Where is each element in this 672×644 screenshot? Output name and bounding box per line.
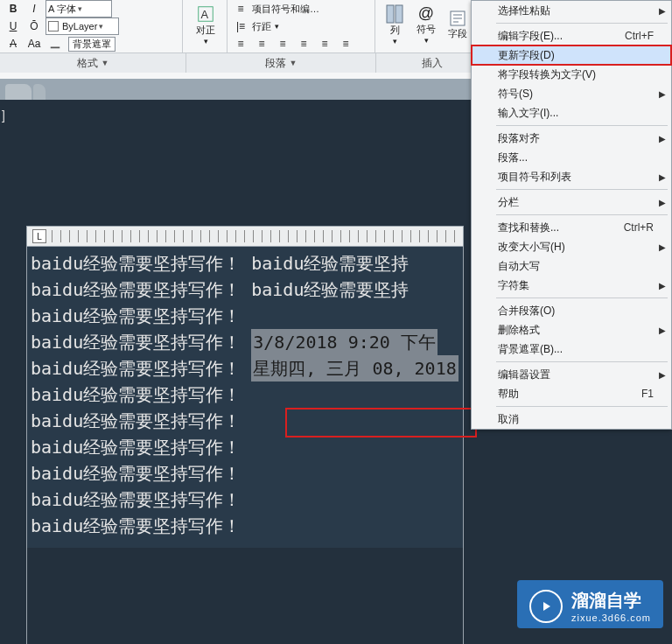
menu-item[interactable]: 项目符号和列表▶ <box>472 167 671 186</box>
ribbon-align-big: A 对正 ▾ <box>183 0 228 52</box>
symbol-button[interactable]: @ 符号▾ <box>410 0 442 49</box>
text-content[interactable]: baidu经验需要坚持写作！ baidu经验需要坚持 baidu经验需要坚持写作… <box>27 247 463 548</box>
underline-icon[interactable]: U <box>4 18 23 35</box>
case-icon[interactable]: Aa <box>24 35 44 52</box>
text-row: baidu经验需要坚持写作！ 3/8/2018 9:20 下午 <box>31 329 459 355</box>
submenu-arrow-icon: ▶ <box>659 6 666 16</box>
submenu-arrow-icon: ▶ <box>659 326 666 335</box>
menu-item[interactable]: 删除格式▶ <box>472 320 671 340</box>
align-justify-icon[interactable]: ≡ <box>294 35 313 52</box>
submenu-arrow-icon: ▶ <box>659 370 666 380</box>
drawing-tab[interactable] <box>5 84 32 100</box>
watermark-sub: zixue.3d66.com <box>571 612 651 623</box>
italic-icon[interactable]: I <box>24 0 44 18</box>
ruler[interactable]: L <box>27 227 463 247</box>
font-combo[interactable]: A 字体▾ <box>46 0 112 18</box>
clear-icon[interactable] <box>46 35 65 52</box>
text-row: baidu经验需要坚持写作！ <box>31 434 459 460</box>
menu-shortcut: Ctrl+F <box>625 30 654 42</box>
submenu-arrow-icon: ▶ <box>659 281 666 290</box>
submenu-arrow-icon: ▶ <box>659 89 666 99</box>
menu-item[interactable]: 将字段转换为文字(V) <box>472 65 671 84</box>
menu-item[interactable]: 改变大小写(H)▶ <box>472 237 671 256</box>
menu-item[interactable]: 符号(S)▶ <box>472 84 671 103</box>
submenu-arrow-icon: ▶ <box>659 198 666 207</box>
menu-item[interactable]: 取消 <box>472 410 671 429</box>
menu-separator <box>496 214 668 215</box>
align-dist-icon[interactable]: ≡ <box>315 35 334 52</box>
menu-item[interactable]: 查找和替换...Ctrl+R <box>472 218 671 237</box>
menu-item[interactable]: 编辑器设置▶ <box>472 365 671 384</box>
menu-shortcut: Ctrl+R <box>624 221 654 234</box>
columns-button[interactable]: 列▾ <box>379 0 410 49</box>
svg-rect-3 <box>396 5 402 23</box>
text-row: baidu经验需要坚持写作！ baidu经验需要坚持 <box>31 276 459 303</box>
ruler-ticks <box>52 230 459 242</box>
panel-label-format[interactable]: 格式▼ <box>0 53 186 73</box>
text-row: baidu经验需要坚持写作！ <box>31 460 459 486</box>
bullets-icon[interactable]: ≡ <box>231 0 250 18</box>
menu-item[interactable]: 输入文字(I)... <box>472 103 671 122</box>
text-row: baidu经验需要坚持写作！ <box>31 303 459 329</box>
field-button[interactable]: 字段 <box>442 0 473 49</box>
linespacing-icon[interactable]: |≡ <box>231 18 250 35</box>
context-menu: 选择性粘贴▶编辑字段(E)...Ctrl+F更新字段(D)将字段转换为文字(V)… <box>471 0 672 430</box>
panel-label-paragraph[interactable]: 段落▼ <box>186 53 376 73</box>
menu-item[interactable]: 段落... <box>472 148 671 167</box>
align-left-icon[interactable]: ≡ <box>231 35 250 52</box>
align-col-icon[interactable]: ≡ <box>336 35 355 52</box>
mtext-editor[interactable]: L baidu经验需要坚持写作！ baidu经验需要坚持 baidu经验需要坚持… <box>26 226 464 644</box>
ribbon-group-format: B I A 字体▾ U Ō ByLayer▾ A Aa 背景遮罩 <box>0 0 183 52</box>
text-row: baidu经验需要坚持写作！ baidu经验需要坚持 <box>31 250 459 276</box>
ribbon-group-paragraph: ≡ 项目符号和编… |≡ 行距▾ ≡ ≡ ≡ ≡ ≡ ≡ <box>228 0 375 52</box>
menu-item[interactable]: 自动大写 <box>472 256 671 276</box>
menu-separator <box>496 406 668 407</box>
ucs-icon: ] <box>2 108 5 122</box>
submenu-arrow-icon: ▶ <box>659 172 666 182</box>
bold-icon[interactable]: B <box>4 0 23 18</box>
menu-item[interactable]: 合并段落(O) <box>472 301 671 320</box>
mtext-field-datecn[interactable]: 星期四, 三月 08, 2018 <box>251 355 458 382</box>
submenu-arrow-icon: ▶ <box>659 134 666 144</box>
color-combo[interactable]: ByLayer▾ <box>46 18 119 35</box>
align-center-icon[interactable]: ≡ <box>252 35 271 52</box>
menu-item[interactable]: 更新字段(D) <box>472 46 671 65</box>
text-row: baidu经验需要坚持写作！ 星期四, 三月 08, 2018 <box>31 355 459 382</box>
watermark: 溜溜自学 zixue.3d66.com <box>517 580 663 628</box>
submenu-arrow-icon: ▶ <box>659 242 666 252</box>
text-row: baidu经验需要坚持写作！ <box>31 408 459 434</box>
strike-icon[interactable]: A <box>4 35 23 52</box>
watermark-title: 溜溜自学 <box>571 591 641 610</box>
menu-item[interactable]: 编辑字段(E)...Ctrl+F <box>472 26 671 46</box>
menu-item[interactable]: 背景遮罩(B)... <box>472 340 671 359</box>
bgmask-button[interactable]: 背景遮罩 <box>68 37 116 52</box>
menu-shortcut: F1 <box>641 388 654 400</box>
tab-stop-icon[interactable]: L <box>32 229 46 243</box>
align-right-icon[interactable]: ≡ <box>273 35 292 52</box>
menu-item[interactable]: 分栏▶ <box>472 192 671 212</box>
mtext-field-datetime[interactable]: 3/8/2018 9:20 下午 <box>251 329 438 355</box>
menu-separator <box>496 361 668 362</box>
menu-item[interactable]: 字符集▶ <box>472 276 671 295</box>
ribbon-group-insert: 列▾ @ 符号▾ 字段 <box>375 0 485 52</box>
svg-text:A: A <box>201 7 209 20</box>
play-icon <box>529 590 563 623</box>
justify-button[interactable]: A 对正 ▾ <box>186 0 225 49</box>
menu-separator <box>496 298 668 298</box>
menu-item[interactable]: 帮助F1 <box>472 384 671 403</box>
text-row: baidu经验需要坚持写作！ <box>31 513 459 539</box>
menu-separator <box>496 23 668 24</box>
menu-item[interactable]: 段落对齐▶ <box>472 129 671 148</box>
menu-separator <box>496 125 668 126</box>
menu-separator <box>496 189 668 190</box>
overline-icon[interactable]: Ō <box>24 18 44 35</box>
text-row: baidu经验需要坚持写作！ <box>31 382 459 408</box>
svg-rect-2 <box>387 5 394 23</box>
menu-item[interactable]: 选择性粘贴▶ <box>472 1 671 20</box>
new-tab[interactable] <box>33 84 46 100</box>
text-row: baidu经验需要坚持写作！ <box>31 486 459 513</box>
